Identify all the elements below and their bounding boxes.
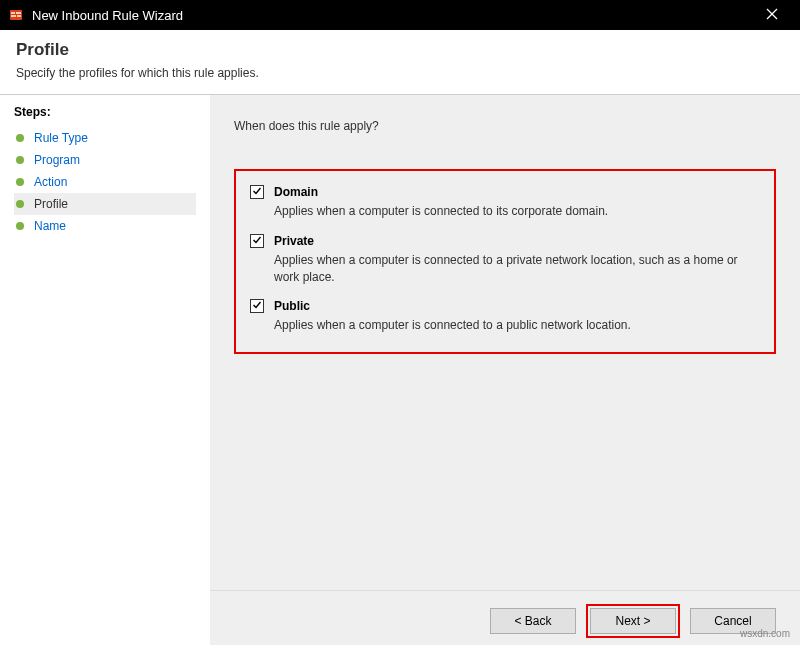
bullet-icon (16, 222, 24, 230)
next-button[interactable]: Next > (590, 608, 676, 634)
step-label: Rule Type (34, 131, 88, 145)
svg-rect-3 (11, 15, 16, 17)
checkmark-icon (252, 234, 262, 248)
profile-domain: Domain Applies when a computer is connec… (250, 185, 760, 220)
firewall-icon (8, 7, 24, 23)
profile-name: Public (274, 299, 310, 313)
content-question: When does this rule apply? (234, 119, 776, 133)
titlebar: New Inbound Rule Wizard (0, 0, 800, 30)
step-label: Name (34, 219, 66, 233)
profile-name: Private (274, 234, 314, 248)
step-action[interactable]: Action (14, 171, 196, 193)
svg-rect-1 (11, 12, 15, 14)
profile-description: Applies when a computer is connected to … (274, 203, 760, 220)
svg-rect-2 (16, 12, 21, 14)
bullet-icon (16, 200, 24, 208)
checkbox-public[interactable] (250, 299, 264, 313)
step-label: Action (34, 175, 67, 189)
bullet-icon (16, 178, 24, 186)
profile-private: Private Applies when a computer is conne… (250, 234, 760, 286)
page-subtitle: Specify the profiles for which this rule… (16, 66, 784, 80)
checkmark-icon (252, 299, 262, 313)
bullet-icon (16, 156, 24, 164)
back-button[interactable]: < Back (490, 608, 576, 634)
step-rule-type[interactable]: Rule Type (14, 127, 196, 149)
watermark: wsxdn.com (740, 628, 790, 639)
profile-description: Applies when a computer is connected to … (274, 252, 760, 286)
window-title: New Inbound Rule Wizard (32, 8, 752, 23)
profile-public: Public Applies when a computer is connec… (250, 299, 760, 334)
svg-rect-4 (17, 15, 21, 17)
profiles-group: Domain Applies when a computer is connec… (234, 169, 776, 354)
step-profile[interactable]: Profile (14, 193, 196, 215)
wizard-footer: < Back Next > Cancel (210, 590, 800, 645)
next-highlight: Next > (586, 604, 680, 638)
wizard-content: When does this rule apply? Domain Applie… (210, 95, 800, 590)
checkbox-private[interactable] (250, 234, 264, 248)
step-name[interactable]: Name (14, 215, 196, 237)
step-program[interactable]: Program (14, 149, 196, 171)
wizard-header: Profile Specify the profiles for which t… (0, 30, 800, 95)
step-label: Program (34, 153, 80, 167)
bullet-icon (16, 134, 24, 142)
step-label: Profile (34, 197, 68, 211)
close-icon (766, 8, 778, 23)
profile-name: Domain (274, 185, 318, 199)
checkmark-icon (252, 185, 262, 199)
profile-description: Applies when a computer is connected to … (274, 317, 760, 334)
checkbox-domain[interactable] (250, 185, 264, 199)
steps-heading: Steps: (14, 105, 196, 119)
page-title: Profile (16, 40, 784, 60)
steps-sidebar: Steps: Rule Type Program Action Profile … (0, 95, 210, 590)
close-button[interactable] (752, 0, 792, 30)
